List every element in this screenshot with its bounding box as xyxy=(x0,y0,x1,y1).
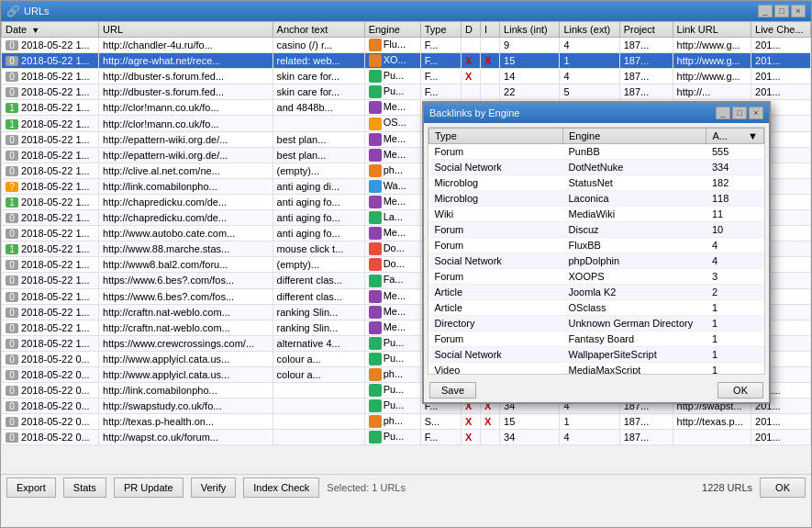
col-link-url[interactable]: Link URL xyxy=(673,22,751,38)
cell-anchor: and 4848b... xyxy=(273,100,364,116)
modal-cell-type: Forum xyxy=(429,331,563,347)
cell-url: http://swapstudy.co.uk/fo... xyxy=(99,399,273,414)
modal-close-button[interactable]: × xyxy=(749,107,763,119)
modal-table-row[interactable]: Microblog Laconica 118 xyxy=(429,191,764,207)
table-row[interactable]: 0 2018-05-22 0... http://wapst.co.uk/for… xyxy=(2,430,811,445)
cell-i xyxy=(481,38,500,53)
col-d[interactable]: D xyxy=(461,22,480,38)
cell-date: 1 2018-05-22 1... xyxy=(2,116,99,131)
modal-table-row[interactable]: Microblog StatusNet 182 xyxy=(429,175,764,191)
modal-col-count[interactable]: A... ▼ xyxy=(706,129,764,144)
title-bar-left: 🔗 URLs xyxy=(6,5,50,17)
cell-engine: ph... xyxy=(364,366,420,382)
cell-links-int: 15 xyxy=(500,53,560,69)
maximize-button[interactable]: □ xyxy=(774,5,789,17)
modal-minimize-button[interactable]: _ xyxy=(716,107,730,119)
modal-col-engine[interactable]: Engine xyxy=(563,129,706,144)
cell-engine: Me... xyxy=(364,320,420,335)
modal-table-row[interactable]: Article OSclass 1 xyxy=(429,300,764,316)
cell-date: 1 2018-05-22 1... xyxy=(2,100,99,116)
cell-engine: Me... xyxy=(364,304,420,320)
minimize-button[interactable]: _ xyxy=(758,5,773,17)
col-i[interactable]: I xyxy=(481,22,500,38)
cell-anchor: different clas... xyxy=(273,288,364,304)
col-date[interactable]: Date ▼ xyxy=(2,22,99,38)
modal-table-row[interactable]: Forum Fantasy Board 1 xyxy=(429,331,764,347)
cell-date: 0 2018-05-22 1... xyxy=(2,210,99,226)
cell-live: 201... xyxy=(751,53,811,69)
col-anchor[interactable]: Anchor text xyxy=(273,22,364,38)
modal-maximize-button[interactable]: □ xyxy=(732,107,747,119)
modal-table-row[interactable]: Social Network DotNetNuke 334 xyxy=(429,160,764,175)
cell-date: 0 2018-05-22 0... xyxy=(2,414,99,430)
cell-url: http://chandler-4u.ru/fo... xyxy=(99,38,273,53)
cell-d xyxy=(461,84,480,100)
modal-col-type[interactable]: Type xyxy=(429,129,563,144)
modal-save-button[interactable]: Save xyxy=(429,382,476,399)
cell-url: http://craftn.nat-weblo.com... xyxy=(99,304,273,320)
col-url[interactable]: URL xyxy=(99,22,273,38)
modal-cell-engine: phpDolphin xyxy=(563,253,706,269)
cell-engine: Me... xyxy=(364,226,420,242)
verify-button[interactable]: Verify xyxy=(191,477,237,498)
cell-links-ext: 4 xyxy=(560,38,619,53)
cell-project: 187... xyxy=(619,53,673,69)
table-row[interactable]: 0 2018-05-22 1... http://dbuster-s.forum… xyxy=(2,84,811,100)
cell-anchor xyxy=(273,414,364,430)
col-links-ext[interactable]: Links (ext) xyxy=(560,22,619,38)
col-links-int[interactable]: Links (int) xyxy=(500,22,560,38)
col-type[interactable]: Type xyxy=(420,22,461,38)
modal-cell-engine: PunBB xyxy=(563,144,706,160)
col-engine[interactable]: Engine xyxy=(364,22,420,38)
modal-table-row[interactable]: Social Network phpDolphin 4 xyxy=(429,253,764,269)
cell-engine: XO... xyxy=(364,53,420,69)
table-row[interactable]: 0 2018-05-22 0... http://texas.p-health.… xyxy=(2,414,811,430)
cell-engine: Pu... xyxy=(364,69,420,84)
modal-cell-type: Social Network xyxy=(429,347,563,363)
modal-table-row[interactable]: Wiki MediaWiki 11 xyxy=(429,207,764,222)
table-row[interactable]: 0 2018-05-22 1... http://chandler-4u.ru/… xyxy=(2,38,811,53)
cell-project: 187... xyxy=(619,430,673,445)
cell-date: 1 2018-05-22 1... xyxy=(2,242,99,257)
modal-table-row[interactable]: Forum FluxBB 4 xyxy=(429,238,764,253)
export-button[interactable]: Export xyxy=(6,477,56,498)
cell-date: 0 2018-05-22 0... xyxy=(2,430,99,445)
modal-table-row[interactable]: Article Joomla K2 2 xyxy=(429,285,764,300)
close-button[interactable]: × xyxy=(791,5,806,17)
backlinks-modal: Backlinks by Engine _ □ × Type Engine A.… xyxy=(422,101,771,404)
col-project[interactable]: Project xyxy=(619,22,673,38)
table-row[interactable]: 0 2018-05-22 1... http://agre-what.net/r… xyxy=(2,53,811,69)
col-live-che[interactable]: Live Che... xyxy=(751,22,811,38)
modal-cell-count: 182 xyxy=(706,175,764,191)
cell-i: X xyxy=(481,53,500,69)
modal-table-row[interactable]: Forum Discuz 10 xyxy=(429,222,764,238)
modal-table-row[interactable]: Forum XOOPS 3 xyxy=(429,269,764,285)
main-ok-button[interactable]: OK xyxy=(760,477,806,498)
cell-engine: Pu... xyxy=(364,84,420,100)
modal-cell-type: Forum xyxy=(429,269,563,285)
modal-table-row[interactable]: Video MediaMaxScript 1 xyxy=(429,363,764,376)
cell-url: http://dbuster-s.forum.fed... xyxy=(99,84,273,100)
cell-anchor: anti aging fo... xyxy=(273,194,364,209)
index-check-button[interactable]: Index Check xyxy=(243,477,319,498)
cell-date: 0 2018-05-22 0... xyxy=(2,383,99,399)
pr-update-button[interactable]: PR Update xyxy=(114,477,184,498)
modal-cell-count: 1 xyxy=(706,300,764,316)
modal-table-container: Type Engine A... ▼ Forum PunBB 555 Socia… xyxy=(428,127,765,375)
cell-type: S... xyxy=(420,414,461,430)
modal-table-row[interactable]: Directory Unknown German Directory 1 xyxy=(429,316,764,331)
cell-anchor: colour a... xyxy=(273,351,364,366)
modal-cell-type: Article xyxy=(429,285,563,300)
modal-ok-button[interactable]: OK xyxy=(717,382,763,399)
stats-button[interactable]: Stats xyxy=(63,477,106,498)
window-title: URLs xyxy=(24,6,50,17)
table-row[interactable]: 0 2018-05-22 1... http://dbuster-s.forum… xyxy=(2,69,811,84)
cell-anchor: skin care for... xyxy=(273,69,364,84)
selected-text: Selected: 1 URLs xyxy=(327,482,695,493)
cell-url: http://epattern-wiki.org.de/... xyxy=(99,131,273,147)
modal-table-row[interactable]: Forum PunBB 555 xyxy=(429,144,764,160)
modal-cell-type: Social Network xyxy=(429,253,563,269)
modal-cell-count: 3 xyxy=(706,269,764,285)
cell-date: 0 2018-05-22 1... xyxy=(2,304,99,320)
modal-table-row[interactable]: Social Network WallpaperSiteScript 1 xyxy=(429,347,764,363)
